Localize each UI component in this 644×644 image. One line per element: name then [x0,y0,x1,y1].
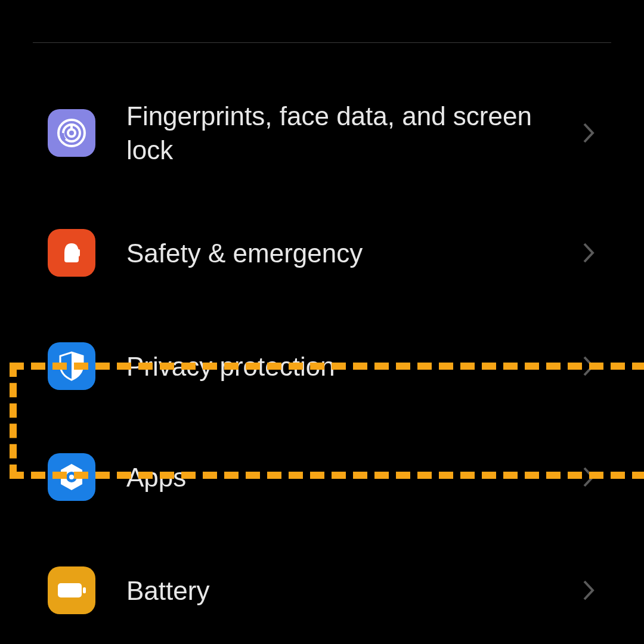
chevron-right-icon [582,240,596,265]
settings-item-label: Apps [126,460,551,494]
settings-item-safety[interactable]: Safety & emergency [33,217,611,289]
fingerprint-icon [48,109,95,157]
shield-icon [48,342,95,390]
bell-icon [48,229,95,277]
svg-rect-7 [83,587,86,593]
chevron-right-icon [582,120,596,145]
settings-item-battery[interactable]: Battery [33,555,611,626]
svg-point-2 [68,129,75,137]
svg-rect-6 [58,583,82,597]
settings-container: Fingerprints, face data, and screen lock… [0,42,644,644]
settings-item-apps[interactable]: Apps [33,441,611,513]
settings-item-label: Battery [126,574,551,608]
svg-point-5 [69,475,74,479]
settings-item-fingerprint[interactable]: Fingerprints, face data, and screen lock [33,91,611,175]
svg-rect-3 [78,249,80,256]
settings-item-privacy[interactable]: Privacy protection [33,330,611,402]
settings-item-label: Fingerprints, face data, and screen lock [126,99,551,167]
settings-list: Fingerprints, face data, and screen lock… [33,43,611,626]
chevron-right-icon [582,354,596,379]
chevron-right-icon [582,578,596,603]
settings-item-label: Safety & emergency [126,236,551,270]
settings-item-label: Privacy protection [126,349,551,383]
chevron-right-icon [582,465,596,490]
battery-icon [48,566,95,614]
hexagon-gear-icon [48,453,95,501]
